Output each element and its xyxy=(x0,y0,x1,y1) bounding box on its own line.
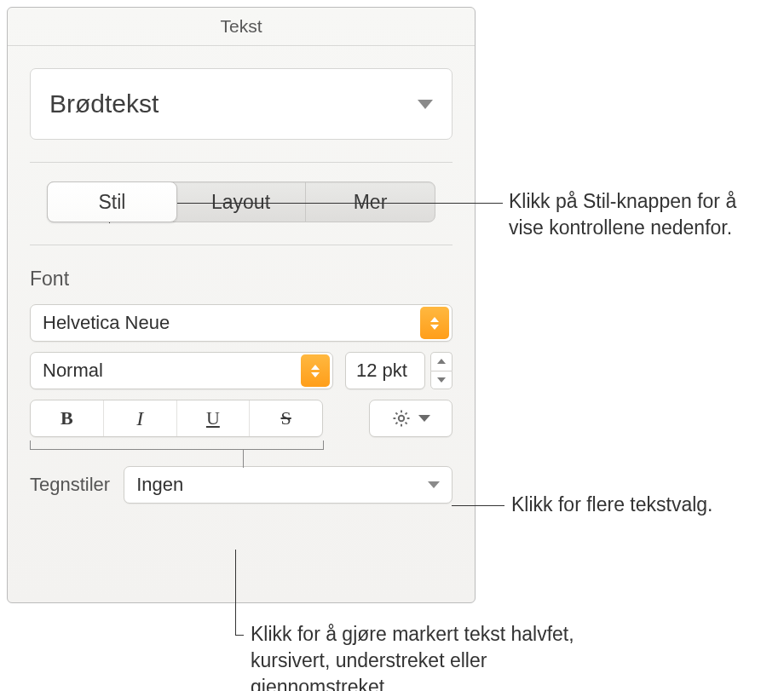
tab-stil[interactable]: Stil xyxy=(47,181,177,222)
separator xyxy=(30,162,453,163)
bracket-decoration xyxy=(30,441,323,454)
underline-icon: U xyxy=(206,407,220,429)
tabs-segmented-control: Stil Layout Mer xyxy=(47,181,435,222)
font-weight-select[interactable]: Normal xyxy=(30,352,333,389)
text-inspector-panel: Tekst Brødtekst Stil Layout Mer Font Hel… xyxy=(7,7,476,603)
callout-more-options: Klikk for flere tekstvalg. xyxy=(511,492,775,518)
strikethrough-icon: S xyxy=(281,407,291,429)
font-size-group: 12 pkt xyxy=(345,352,453,389)
font-size-stepper xyxy=(430,352,453,389)
updown-arrows-icon xyxy=(301,354,330,387)
stepper-down-button[interactable] xyxy=(430,371,453,390)
callout-leader xyxy=(235,550,236,635)
callout-text-style: Klikk for å gjøre markert tekst halvfet,… xyxy=(251,621,591,691)
tab-layout[interactable]: Layout xyxy=(176,182,306,222)
character-styles-label: Tegnstiler xyxy=(30,474,110,496)
panel-title: Tekst xyxy=(8,8,475,46)
font-family-select[interactable]: Helvetica Neue xyxy=(30,304,453,342)
callout-stil-button: Klikk på Stil-knappen for å vise kontrol… xyxy=(509,188,773,241)
font-size-value: 12 pkt xyxy=(356,360,407,382)
font-weight-value: Normal xyxy=(31,360,301,382)
font-size-input[interactable]: 12 pkt xyxy=(345,352,425,389)
tab-layout-label: Layout xyxy=(211,191,270,214)
chevron-down-icon xyxy=(418,415,430,422)
strikethrough-button[interactable]: S xyxy=(250,400,322,436)
font-family-value: Helvetica Neue xyxy=(31,312,420,334)
italic-icon: I xyxy=(136,407,143,430)
tab-mer[interactable]: Mer xyxy=(306,182,435,222)
separator xyxy=(30,245,453,245)
tab-mer-label: Mer xyxy=(354,191,388,214)
chevron-down-icon xyxy=(418,100,433,109)
paragraph-style-dropdown[interactable]: Brødtekst xyxy=(30,68,453,140)
character-styles-select[interactable]: Ingen xyxy=(124,466,453,504)
chevron-down-icon xyxy=(428,481,440,488)
italic-button[interactable]: I xyxy=(104,400,177,436)
callout-leader xyxy=(235,635,244,636)
font-section-label: Font xyxy=(30,268,453,291)
stepper-up-button[interactable] xyxy=(430,352,453,371)
svg-point-0 xyxy=(399,416,404,421)
character-styles-value: Ingen xyxy=(136,474,183,496)
updown-arrows-icon xyxy=(420,307,449,339)
underline-button[interactable]: U xyxy=(177,400,251,436)
arrow-down-icon xyxy=(437,377,446,383)
paragraph-style-value: Brødtekst xyxy=(49,89,159,118)
tab-stil-label: Stil xyxy=(99,191,126,214)
bold-button[interactable]: B xyxy=(31,400,104,436)
gear-icon xyxy=(391,408,412,429)
more-options-button[interactable] xyxy=(369,400,453,437)
bold-icon: B xyxy=(61,407,73,429)
text-style-group: B I U S xyxy=(30,400,323,437)
callout-leader xyxy=(452,505,504,506)
arrow-up-icon xyxy=(437,359,446,364)
